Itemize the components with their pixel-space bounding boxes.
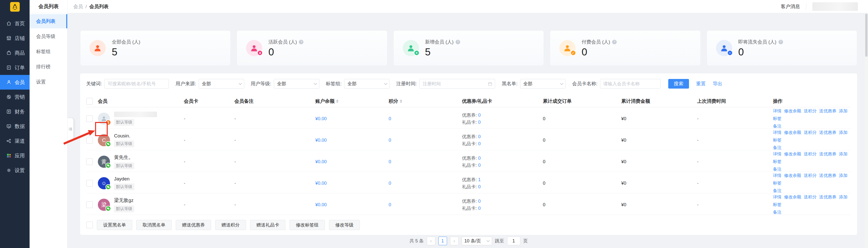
op-send-points[interactable]: 送积分: [804, 173, 817, 178]
coupon-count[interactable]: 0: [478, 156, 480, 161]
sidebar-item-marketing[interactable]: 营销: [0, 90, 30, 104]
batch-set-blacklist-button[interactable]: 设置黑名单: [97, 220, 132, 230]
help-icon[interactable]: ?: [299, 40, 303, 44]
export-button[interactable]: 导出: [713, 80, 722, 87]
current-page-button[interactable]: 1: [438, 237, 447, 245]
regtime-date-input[interactable]: 注册时间: [419, 79, 495, 88]
member-name[interactable]: Cousin.: [114, 133, 134, 139]
sidebar-item-settings[interactable]: 设置: [0, 163, 30, 177]
cell-points[interactable]: 0: [389, 116, 462, 121]
batch-modify-taggroup-button[interactable]: 修改标签组: [289, 220, 325, 230]
next-page-button[interactable]: ›: [450, 237, 459, 245]
member-cell[interactable]: 梁 梁无敌gz 默认等级: [98, 197, 184, 212]
row-checkbox[interactable]: [86, 115, 93, 122]
op-detail[interactable]: 详情: [773, 151, 781, 157]
sidebar-item-data[interactable]: 数据: [0, 119, 30, 134]
sidebar-item-orders[interactable]: 订单: [0, 60, 30, 75]
coupon-count[interactable]: 0: [478, 134, 480, 139]
sidebar-item-finance[interactable]: 财务: [0, 104, 30, 119]
op-modify-balance[interactable]: 修改余额: [784, 195, 801, 199]
submenu-item-member-list[interactable]: 会员列表: [30, 14, 67, 28]
jump-page-input[interactable]: [507, 237, 520, 245]
batch-modify-level-button[interactable]: 修改等级: [329, 220, 360, 230]
batch-give-points-button[interactable]: 赠送积分: [215, 220, 246, 230]
level-select[interactable]: 全部: [274, 79, 319, 88]
cell-balance[interactable]: ¥0.00: [315, 202, 389, 208]
gift-count[interactable]: 0: [478, 120, 480, 125]
op-detail[interactable]: 详情: [773, 130, 781, 135]
app-logo[interactable]: [10, 2, 20, 11]
page-size-select[interactable]: 10 条/页: [462, 237, 492, 245]
cell-balance[interactable]: ¥0.00: [315, 159, 389, 165]
cell-points[interactable]: 0: [389, 159, 462, 165]
row-checkbox[interactable]: [86, 159, 93, 165]
op-send-points[interactable]: 送积分: [804, 151, 817, 157]
op-send-coupon[interactable]: 送优惠券: [819, 151, 836, 157]
op-modify-balance[interactable]: 修改余额: [784, 173, 801, 178]
gift-count[interactable]: 0: [478, 163, 480, 168]
cell-points[interactable]: 0: [389, 138, 462, 143]
gift-count[interactable]: 0: [478, 206, 480, 211]
member-cell[interactable]: C Cousin. 默认等级: [98, 133, 184, 147]
batch-cancel-blacklist-button[interactable]: 取消黑名单: [136, 220, 172, 230]
sidebar-item-members[interactable]: 会员: [0, 75, 30, 90]
submenu-collapse-handle[interactable]: [67, 118, 73, 140]
op-detail[interactable]: 详情: [773, 173, 781, 178]
breadcrumb-section[interactable]: 会员: [73, 3, 83, 10]
op-send-coupon[interactable]: 送优惠券: [819, 109, 836, 113]
member-cell[interactable]: ☺ Jayden 默认等级: [98, 176, 184, 190]
op-detail[interactable]: 详情: [773, 195, 781, 199]
op-modify-balance[interactable]: 修改余额: [784, 109, 801, 113]
help-icon[interactable]: ?: [612, 40, 617, 44]
scrollbar-thumb[interactable]: [865, 13, 867, 57]
cell-balance[interactable]: ¥0.00: [315, 116, 389, 121]
tag-group-select[interactable]: 全部: [344, 79, 390, 88]
reset-button[interactable]: 重置: [696, 80, 706, 87]
submenu-item-member-level[interactable]: 会员等级: [30, 29, 67, 44]
source-select[interactable]: 全部: [199, 79, 244, 88]
op-remark[interactable]: 备注: [773, 124, 781, 129]
member-cell[interactable]: 黄 黄先生。 默认等级: [98, 154, 184, 169]
op-modify-balance[interactable]: 修改余额: [784, 130, 801, 135]
coupon-count[interactable]: 1: [478, 177, 480, 182]
submenu-item-tag-group[interactable]: 标签组: [30, 45, 67, 59]
sidebar-item-channels[interactable]: 渠道: [0, 134, 30, 148]
coupon-count[interactable]: 0: [478, 199, 480, 204]
submenu-item-settings[interactable]: 设置: [30, 75, 67, 89]
keyword-input[interactable]: [104, 79, 169, 88]
help-icon[interactable]: ?: [456, 40, 460, 44]
sidebar-item-shop[interactable]: 店铺: [0, 31, 30, 46]
row-checkbox[interactable]: [86, 137, 93, 143]
sidebar-item-goods[interactable]: 商品: [0, 46, 30, 60]
gift-count[interactable]: 0: [478, 141, 480, 146]
member-name[interactable]: Jayden: [114, 176, 134, 182]
prev-page-button[interactable]: ‹: [427, 237, 435, 245]
member-name[interactable]: 黄先生。: [114, 154, 134, 161]
sidebar-item-home[interactable]: 首页: [0, 16, 30, 31]
search-button[interactable]: 搜索: [668, 79, 689, 88]
op-send-points[interactable]: 送积分: [804, 195, 817, 199]
page-scrollbar[interactable]: [865, 13, 868, 248]
op-send-coupon[interactable]: 送优惠券: [819, 130, 836, 135]
cell-balance[interactable]: ¥0.00: [315, 138, 389, 143]
batch-select-checkbox[interactable]: [86, 222, 93, 228]
submenu-item-ranking[interactable]: 排行榜: [30, 60, 67, 74]
sort-icons[interactable]: [400, 100, 402, 103]
col-points[interactable]: 积分: [389, 98, 462, 105]
op-send-coupon[interactable]: 送优惠券: [819, 173, 836, 178]
op-send-coupon[interactable]: 送优惠券: [819, 195, 836, 199]
sort-icons[interactable]: [336, 100, 339, 103]
cell-points[interactable]: 0: [389, 202, 462, 208]
member-name[interactable]: 梁无敌gz: [114, 197, 134, 204]
gift-count[interactable]: 0: [478, 184, 480, 189]
col-balance[interactable]: 账户余额: [315, 98, 389, 105]
sidebar-item-apps[interactable]: 应用: [0, 148, 30, 163]
batch-give-giftcard-button[interactable]: 赠送礼品卡: [250, 220, 285, 230]
help-icon[interactable]: ?: [778, 40, 783, 44]
op-detail[interactable]: 详情: [773, 109, 781, 113]
op-send-points[interactable]: 送积分: [804, 109, 817, 113]
customer-messages-link[interactable]: 客户消息: [781, 3, 800, 10]
op-remark[interactable]: 备注: [773, 167, 781, 171]
op-remark[interactable]: 备注: [773, 145, 781, 150]
op-send-points[interactable]: 送积分: [804, 130, 817, 135]
